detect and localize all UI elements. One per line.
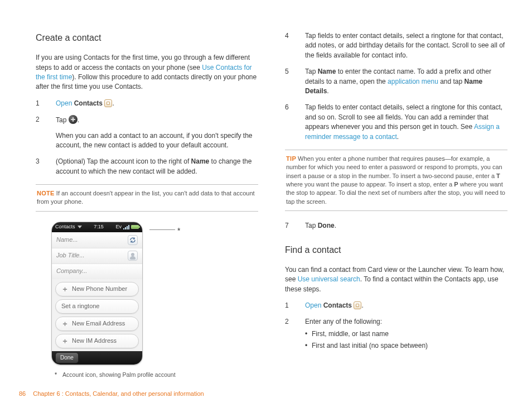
contacts-app-icon (354, 301, 361, 309)
find-intro: You can find a contact from Card view or… (285, 265, 507, 294)
note-callout: NOTE If an account doesn't appear in the… (36, 184, 258, 212)
field-name-label: Name... (56, 236, 78, 245)
field-jobtitle-label: Job Title... (56, 251, 85, 260)
done-bar: Done (52, 351, 142, 365)
step-number: 1 (36, 99, 43, 108)
plus-icon: ＋ (61, 320, 69, 327)
step-3-a: (Optional) Tap the account icon to the r… (56, 157, 191, 165)
add-contact-icon (69, 115, 78, 124)
link-universal-search[interactable]: Use universal search (298, 275, 360, 283)
t: and tap (438, 78, 465, 85)
step-2-subtext: When you can add a contact to an account… (56, 131, 258, 151)
tip-a: When you enter a phone number that requi… (286, 155, 502, 179)
find-step-1: Open Contacts . (305, 301, 507, 310)
tip-P: P (454, 181, 458, 188)
account-sync-icon (128, 235, 138, 245)
done-button: Done (55, 352, 79, 364)
pill-label: New IM Address (72, 337, 117, 346)
pill-set-ringtone: Set a ringtone (55, 299, 139, 314)
tip-T: T (496, 173, 500, 179)
period: . (78, 116, 79, 124)
field-jobtitle-row: Job Title... (52, 248, 142, 264)
find-step-2: Enter any of the following: First, middl… (305, 317, 507, 353)
t: Tap (305, 68, 318, 75)
plus-icon: ＋ (61, 285, 69, 293)
step-2-body: Tap . When you can add a contact to an a… (56, 115, 258, 150)
left-column: Create a contact If you are using Contac… (36, 31, 258, 379)
step-number: 3 (36, 157, 43, 176)
signal-icon (123, 225, 129, 229)
t: . (327, 87, 328, 95)
pill-new-phone: ＋New Phone Number (55, 282, 139, 296)
step-4-body: Tap fields to enter contact details, sel… (305, 31, 507, 60)
chapter-label: Chapter 6 : Contacts, Calendar, and othe… (33, 390, 204, 397)
asterisk-marker: * (177, 225, 180, 236)
field-company-label: Company... (56, 267, 87, 276)
page-number: 86 (19, 390, 26, 397)
pill-label: New Email Address (72, 319, 125, 328)
tip-callout: TIP When you enter a phone number that r… (285, 150, 507, 211)
step-number: 1 (285, 301, 293, 310)
step-7-body: Tap Done. (305, 221, 507, 231)
bullet-item: First and last initial (no space between… (305, 341, 507, 351)
note-tag: NOTE (37, 190, 55, 197)
tip-tag: TIP (286, 155, 296, 162)
footnote: * Account icon, showing Palm profile acc… (55, 371, 258, 379)
status-time: 7:15 (94, 223, 104, 231)
note-body: If an account doesn't appear in the list… (37, 190, 255, 205)
bullet-item: First, middle, or last name (305, 329, 507, 339)
heading-find-contact: Find a contact (285, 243, 507, 256)
pill-label: New Phone Number (72, 285, 127, 294)
step-number: 2 (36, 115, 43, 150)
step-number: 5 (285, 67, 293, 96)
battery-icon (131, 225, 139, 229)
right-column: 4 Tap fields to enter contact details, s… (285, 31, 507, 379)
intro-paragraph: If you are using Contacts for the first … (36, 53, 258, 92)
person-icon (128, 251, 138, 261)
footnote-text: Account icon, showing Palm profile accou… (62, 371, 176, 379)
status-app-label: Contacts (55, 223, 75, 231)
plus-icon: ＋ (61, 337, 69, 344)
step-number: 4 (285, 31, 293, 60)
footnote-asterisk: * (55, 371, 57, 379)
pill-new-email: ＋New Email Address (55, 317, 139, 331)
text-done: Done (318, 222, 335, 229)
t: Enter any of the following: (305, 318, 382, 325)
status-bar: Contacts 7:15 Ev (52, 222, 142, 232)
pill-label: Set a ringtone (61, 302, 100, 311)
field-company-row: Company... (52, 264, 142, 279)
link-open[interactable]: Open (305, 301, 321, 309)
t: . (397, 133, 399, 141)
heading-create-contact: Create a contact (36, 31, 258, 44)
step-5-body: Tap Name to enter the contact name. To a… (305, 67, 507, 96)
text-contacts: Contacts (74, 99, 103, 107)
text-name: Name (191, 157, 210, 165)
field-name-row: Name... (52, 232, 142, 248)
period: . (361, 301, 363, 309)
status-ev: Ev (115, 223, 122, 231)
text-tap: Tap (56, 116, 69, 124)
t: . (335, 222, 336, 229)
step-1-body: Open Contacts . (56, 99, 258, 108)
step-6-body: Tap fields to enter contact details, sel… (305, 103, 507, 142)
text-name: Name (318, 68, 336, 75)
phone-mockup: Contacts 7:15 Ev Name... (51, 222, 143, 365)
step-number: 6 (285, 103, 293, 142)
tip-b: where you want the pause to appear. To i… (286, 181, 454, 188)
t: Tap fields to enter contact details, sel… (305, 103, 502, 131)
step-3-body: (Optional) Tap the account icon to the r… (56, 157, 258, 176)
step-number: 7 (285, 221, 293, 231)
period: . (112, 99, 114, 107)
page-footer: 86 Chapter 6 : Contacts, Calendar, and o… (19, 390, 204, 399)
t: Tap (305, 222, 318, 229)
link-open[interactable]: Open (56, 99, 72, 107)
link-application-menu[interactable]: application menu (388, 78, 438, 85)
text-contacts: Contacts (323, 301, 352, 309)
contacts-app-icon (104, 99, 112, 107)
pill-new-im: ＋New IM Address (55, 334, 139, 348)
step-number: 2 (285, 317, 293, 353)
chevron-down-icon (78, 226, 82, 228)
